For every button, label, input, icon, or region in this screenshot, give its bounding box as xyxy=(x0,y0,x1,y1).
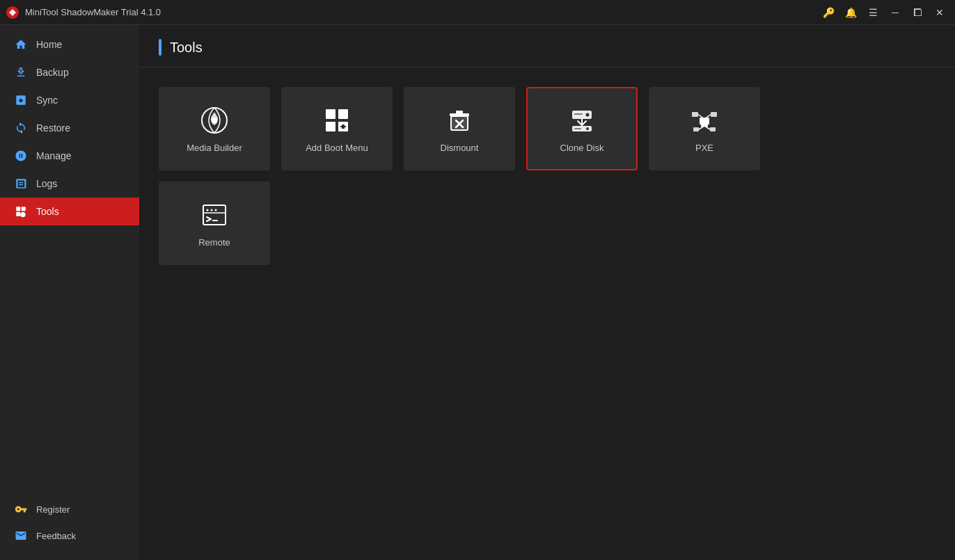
tool-card-add-boot-menu[interactable]: Add Boot Menu xyxy=(281,87,393,170)
sidebar-item-logs[interactable]: Logs xyxy=(0,170,139,198)
sidebar-item-backup[interactable]: Backup xyxy=(0,58,139,86)
sidebar-item-backup-label: Backup xyxy=(36,67,69,78)
sidebar-item-manage[interactable]: Manage xyxy=(0,142,139,170)
restore-button[interactable]: ⧠ xyxy=(908,3,927,22)
sidebar-item-logs-label: Logs xyxy=(36,178,57,189)
media-builder-icon xyxy=(199,105,230,136)
manage-icon xyxy=(14,149,28,163)
sidebar-item-register-label: Register xyxy=(36,504,70,515)
header-accent xyxy=(159,39,161,56)
minimize-button[interactable]: ─ xyxy=(885,3,905,22)
svg-rect-13 xyxy=(450,113,469,116)
tools-icon xyxy=(14,205,28,218)
sidebar-item-sync[interactable]: Sync xyxy=(0,86,139,114)
pxe-icon xyxy=(689,105,720,136)
tool-card-add-boot-menu-label: Add Boot Menu xyxy=(306,143,368,153)
svg-rect-4 xyxy=(338,109,348,119)
svg-rect-28 xyxy=(693,127,699,131)
tools-grid: Media Builder xyxy=(139,67,955,285)
page-title: Tools xyxy=(170,40,203,56)
sync-icon xyxy=(14,93,28,107)
logs-icon xyxy=(14,177,28,191)
title-bar: MiniTool ShadowMaker Trial 4.1.0 🔑 🔔 ☰ ─… xyxy=(0,0,955,25)
tool-card-pxe-label: PXE xyxy=(695,143,713,153)
svg-point-33 xyxy=(207,209,209,211)
svg-point-35 xyxy=(215,209,217,211)
feedback-icon xyxy=(14,529,28,543)
sidebar-item-register[interactable]: Register xyxy=(0,496,139,522)
backup-icon xyxy=(14,65,28,79)
sidebar-item-home-label: Home xyxy=(36,39,62,50)
svg-rect-25 xyxy=(711,112,717,117)
tool-card-clone-disk[interactable]: Clone Disk xyxy=(526,87,638,170)
tool-card-media-builder-label: Media Builder xyxy=(187,143,242,153)
svg-point-20 xyxy=(586,127,589,130)
tool-card-remote[interactable]: Remote xyxy=(159,182,270,265)
notifications-icon[interactable]: 🔔 xyxy=(841,3,860,22)
tool-card-clone-disk-label: Clone Disk xyxy=(560,143,604,153)
app-logo xyxy=(6,6,19,19)
clone-disk-icon xyxy=(567,105,597,136)
svg-point-16 xyxy=(586,113,590,116)
svg-rect-3 xyxy=(326,109,336,119)
tool-card-dismount[interactable]: Dismount xyxy=(404,87,515,170)
page-header: Tools xyxy=(139,25,955,67)
tool-card-pxe[interactable]: PXE xyxy=(649,87,760,170)
sidebar-item-tools-label: Tools xyxy=(36,206,59,217)
sidebar-item-sync-label: Sync xyxy=(36,95,58,106)
dismount-icon xyxy=(444,105,475,136)
sidebar-item-manage-label: Manage xyxy=(36,150,72,161)
menu-icon[interactable]: ☰ xyxy=(863,3,883,22)
svg-rect-8 xyxy=(340,126,346,127)
sidebar-item-tools[interactable]: Tools xyxy=(0,198,139,225)
svg-rect-14 xyxy=(456,111,463,113)
tool-card-dismount-label: Dismount xyxy=(441,143,479,153)
app-body: Home Backup Sync Res xyxy=(0,25,955,560)
svg-rect-37 xyxy=(212,220,218,221)
tools-row-1: Media Builder xyxy=(159,87,936,170)
svg-rect-5 xyxy=(326,122,336,131)
sidebar-item-feedback[interactable]: Feedback xyxy=(0,522,139,549)
svg-rect-21 xyxy=(574,128,581,129)
sidebar-bottom: Register Feedback xyxy=(0,496,139,560)
main-content: Tools xyxy=(139,25,955,560)
sidebar-item-restore[interactable]: Restore xyxy=(0,114,139,142)
sidebar-item-home[interactable]: Home xyxy=(0,31,139,58)
tools-row-2: Remote xyxy=(159,182,936,265)
remote-icon xyxy=(199,200,230,230)
tool-card-remote-label: Remote xyxy=(198,237,230,248)
key-icon[interactable]: 🔑 xyxy=(819,3,838,22)
svg-point-34 xyxy=(211,209,213,211)
register-icon xyxy=(14,502,28,516)
app-title: MiniTool ShadowMaker Trial 4.1.0 xyxy=(25,7,819,17)
svg-rect-17 xyxy=(574,113,583,115)
window-controls: 🔑 🔔 ☰ ─ ⧠ ✕ xyxy=(819,3,949,22)
add-boot-menu-icon xyxy=(322,105,352,136)
restore-icon xyxy=(14,121,28,135)
sidebar-item-feedback-label: Feedback xyxy=(36,531,76,541)
sidebar: Home Backup Sync Res xyxy=(0,25,139,560)
sidebar-item-restore-label: Restore xyxy=(36,122,70,134)
svg-rect-29 xyxy=(710,127,716,131)
tool-card-media-builder[interactable]: Media Builder xyxy=(159,87,270,170)
svg-rect-24 xyxy=(692,112,698,117)
close-button[interactable]: ✕ xyxy=(930,3,949,22)
home-icon xyxy=(14,38,28,51)
